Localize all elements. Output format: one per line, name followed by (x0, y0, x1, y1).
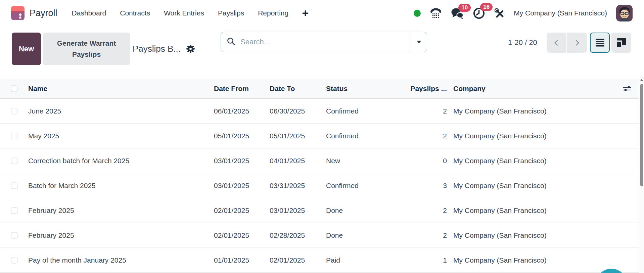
top-navbar: Payroll Dashboard Contracts Work Entries… (0, 0, 644, 26)
cell-payslips-count: 2 (443, 132, 447, 140)
kanban-view-button[interactable] (611, 33, 631, 53)
cell-name: Batch for March 2025 (28, 182, 96, 190)
generate-warrant-payslips-button[interactable]: Generate Warrant Payslips (43, 33, 130, 65)
cell-status: Paid (326, 256, 340, 264)
cell-status: Confirmed (326, 182, 359, 190)
cell-payslips-count: 1 (443, 256, 447, 264)
chevron-right-icon (576, 40, 579, 45)
column-header-status[interactable]: Status (326, 85, 348, 93)
systray: 10 16 My Company (San Francisco) (414, 5, 644, 21)
activities-badge: 16 (480, 3, 493, 11)
nav-item-reporting[interactable]: Reporting (258, 9, 288, 17)
gear-icon[interactable] (186, 44, 195, 53)
cell-payslips-count: 2 (443, 207, 447, 215)
nav-menu: Dashboard Contracts Work Entries Payslip… (72, 9, 289, 17)
plus-icon[interactable] (302, 10, 309, 17)
breadcrumb-title: Payslips B... (133, 44, 181, 54)
new-button[interactable]: New (12, 33, 41, 65)
optional-columns-icon[interactable] (623, 85, 632, 93)
online-status-dot[interactable] (414, 10, 421, 17)
cell-company: My Company (San Francisco) (453, 256, 547, 264)
cell-payslips-count: 2 (443, 107, 447, 115)
row-checkbox[interactable] (11, 207, 17, 214)
cell-date-to: 06/30/2025 (270, 107, 305, 115)
nav-item-work-entries[interactable]: Work Entries (164, 9, 204, 17)
cell-name: May 2025 (28, 132, 59, 140)
table-row[interactable]: Correction batch for March 2025 03/01/20… (0, 148, 644, 173)
table-row[interactable]: June 2025 06/01/2025 06/30/2025 Confirme… (0, 99, 644, 124)
column-header-payslips[interactable]: Payslips ... (410, 85, 447, 93)
messages-icon[interactable]: 10 (451, 8, 464, 19)
column-header-date-to[interactable]: Date To (270, 85, 295, 93)
cell-date-to: 03/31/2025 (270, 182, 305, 190)
pager-range[interactable]: 1-20 / 20 (508, 33, 537, 53)
cell-company: My Company (San Francisco) (453, 157, 547, 165)
chevron-left-icon (555, 40, 558, 45)
table-row[interactable]: February 2025 02/01/2025 03/01/2025 Done… (0, 198, 644, 223)
voip-phone-icon[interactable] (430, 7, 442, 19)
table-row[interactable]: May 2025 05/01/2025 05/31/2025 Confirmed… (0, 124, 644, 148)
cell-payslips-count: 0 (443, 157, 447, 165)
pager-next-button[interactable] (567, 33, 587, 53)
cell-date-from: 03/01/2025 (214, 157, 249, 165)
list-icon (596, 39, 604, 47)
column-header-date-from[interactable]: Date From (214, 85, 249, 93)
cell-payslips-count: 3 (443, 182, 447, 190)
search-icon (227, 37, 236, 47)
cell-company: My Company (San Francisco) (453, 231, 547, 239)
column-header-name[interactable]: Name (28, 85, 47, 93)
green-dot-icon (414, 10, 421, 17)
row-checkbox[interactable] (11, 257, 17, 263)
cell-date-from: 01/01/2025 (214, 256, 249, 264)
nav-item-dashboard[interactable]: Dashboard (72, 9, 106, 17)
cell-name: February 2025 (28, 231, 74, 239)
table-header: Name Date From Date To Status Payslips .… (0, 79, 644, 99)
row-checkbox[interactable] (11, 133, 17, 139)
app-name: Payroll (30, 8, 57, 18)
cell-name: February 2025 (28, 207, 74, 215)
chevron-down-icon (417, 41, 421, 43)
search-dropdown-toggle[interactable] (411, 32, 427, 52)
cell-status: Confirmed (326, 132, 359, 140)
column-header-company[interactable]: Company (453, 85, 486, 93)
breadcrumb: Payslips B... (133, 33, 195, 65)
cell-date-to: 02/28/2025 (270, 231, 305, 239)
table-row[interactable]: February 2025 02/01/2025 02/28/2025 Done… (0, 223, 644, 248)
cell-company: My Company (San Francisco) (453, 207, 547, 215)
scrollbar-up-arrow-icon[interactable] (640, 79, 643, 81)
table-row[interactable]: Batch for March 2025 03/01/2025 03/31/20… (0, 173, 644, 198)
cell-company: My Company (San Francisco) (453, 107, 547, 115)
row-checkbox[interactable] (11, 157, 17, 164)
list-view-button[interactable] (590, 33, 610, 53)
messages-badge: 10 (458, 4, 471, 12)
pager-previous-button[interactable] (547, 33, 566, 53)
cell-date-from: 05/01/2025 (214, 132, 249, 140)
search-input[interactable] (240, 37, 411, 47)
nav-item-payslips[interactable]: Payslips (218, 9, 244, 17)
row-checkbox[interactable] (11, 182, 17, 189)
activities-clock-icon[interactable]: 16 (473, 7, 485, 19)
cell-name: Correction batch for March 2025 (28, 157, 129, 165)
payroll-app-icon[interactable] (11, 6, 25, 20)
cell-date-from: 02/01/2025 (214, 207, 249, 215)
table-row[interactable]: Pay of the month January 2025 01/01/2025… (0, 248, 644, 273)
scrollbar-thumb[interactable] (640, 84, 643, 186)
kanban-icon (617, 38, 626, 47)
cell-date-from: 03/01/2025 (214, 182, 249, 190)
cell-date-from: 06/01/2025 (214, 107, 249, 115)
cell-date-from: 02/01/2025 (214, 231, 249, 239)
cell-payslips-count: 2 (443, 231, 447, 239)
row-checkbox[interactable] (11, 108, 17, 114)
cell-date-to: 03/01/2025 (270, 207, 305, 215)
select-all-checkbox[interactable] (11, 86, 17, 92)
cell-name: June 2025 (28, 107, 61, 115)
company-switcher[interactable]: My Company (San Francisco) (514, 9, 607, 17)
cell-date-to: 04/01/2025 (270, 157, 305, 165)
nav-item-contracts[interactable]: Contracts (120, 9, 150, 17)
row-checkbox[interactable] (11, 232, 17, 238)
user-avatar[interactable] (616, 5, 633, 21)
vertical-scrollbar[interactable] (639, 77, 644, 273)
tools-icon[interactable] (494, 8, 505, 18)
search-left (221, 37, 411, 47)
cell-status: Done (326, 207, 343, 215)
